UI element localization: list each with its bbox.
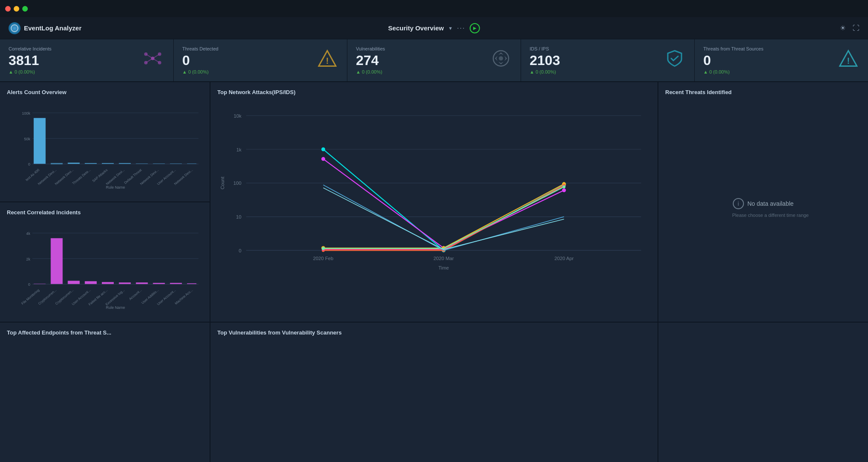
svg-rect-23 — [51, 163, 63, 164]
svg-text:4k: 4k — [26, 231, 30, 236]
title-dropdown-arrow[interactable]: ▼ — [448, 26, 453, 31]
delta-arrow-tsources: ▲ — [703, 69, 708, 74]
svg-rect-56 — [136, 282, 148, 284]
maximize-button[interactable] — [22, 6, 28, 12]
kpi-value-tsources: 0 — [703, 53, 859, 67]
bottom-right-panel — [658, 323, 868, 462]
kpi-value-threats: 0 — [182, 53, 338, 67]
svg-text:Count: Count — [220, 176, 225, 190]
svg-text:Threats Dete...: Threats Dete... — [71, 168, 91, 186]
svg-text:Rule Name: Rule Name — [106, 185, 125, 190]
no-data-subtitle: Please choose a different time range — [732, 213, 809, 218]
header-right: ☀ ⛶ — [840, 24, 859, 32]
svg-text:Machine Acc...: Machine Acc... — [174, 288, 193, 305]
kpi-label-ids: IDS / IPS — [530, 46, 686, 51]
network-attacks-panel: Top Network Attacks(IPS/IDS) 10k 1k 100 … — [210, 82, 658, 322]
vuln-icon — [492, 49, 510, 72]
alerts-count-panel: Alerts Count Overview Event Count 100k 5… — [0, 82, 210, 201]
no-data-message: i No data available Please choose a diff… — [718, 198, 809, 218]
svg-text:100k: 100k — [22, 111, 30, 116]
theme-toggle-icon[interactable]: ☀ — [840, 24, 846, 32]
info-icon: i — [733, 198, 744, 209]
svg-text:2020 Mar: 2020 Mar — [433, 256, 454, 261]
bottom-left-panel: Top Affected Endpoints from Threat S... — [0, 323, 210, 462]
bottom-left-title: Top Affected Endpoints from Threat S... — [7, 329, 203, 336]
alerts-chart: Event Count 100k 50k 0 — [7, 101, 203, 193]
alerts-panel-title: Alerts Count Overview — [7, 89, 203, 95]
kpi-vulnerabilities: Vulnerabilities 274 ▲ 0 (0.00%) — [347, 39, 521, 81]
svg-text:!: ! — [847, 56, 850, 65]
svg-text:50k: 50k — [24, 137, 30, 141]
svg-rect-55 — [119, 282, 131, 284]
close-button[interactable] — [5, 6, 11, 12]
expand-icon[interactable]: ⛶ — [853, 24, 859, 32]
svg-line-7 — [146, 59, 153, 63]
minimize-button[interactable] — [14, 6, 19, 12]
incidents-chart: 4k 2k 0 File Mon — [7, 221, 203, 314]
network-attacks-chart: 10k 1k 100 10 0 Count 2020 Feb 2020 Mar … — [217, 101, 651, 322]
ids-icon — [665, 49, 684, 72]
delta-arrow-ids: ▲ — [530, 69, 534, 74]
app-logo-icon — [9, 22, 21, 34]
recent-threats-panel: Recent Threats Identified i No data avai… — [658, 82, 868, 322]
header-more-options[interactable]: ··· — [457, 24, 465, 32]
svg-text:test As 400: test As 400 — [25, 168, 40, 182]
main-content: Alerts Count Overview Event Count 100k 5… — [0, 82, 868, 462]
recent-threats-title: Recent Threats Identified — [665, 89, 732, 95]
kpi-label-tsources: Threats from Threat Sources — [703, 46, 859, 51]
incidents-panel-title: Recent Correlated Incidents — [7, 209, 203, 216]
incidents-panel: Recent Correlated Incidents 4k 2k 0 — [0, 202, 210, 322]
svg-rect-54 — [102, 282, 114, 284]
svg-point-12 — [499, 56, 503, 61]
svg-text:0: 0 — [28, 282, 30, 287]
no-data-title-text: No data available — [747, 200, 794, 207]
kpi-value-vuln: 274 — [356, 53, 512, 67]
delta-arrow-correlative: ▲ — [9, 69, 13, 74]
kpi-correlative-incidents: Correlative Incidents 3811 ▲ 0 (0.00%) — [0, 39, 174, 81]
bottom-center-panel: Top Vulnerabilities from Vulnerability S… — [210, 323, 658, 462]
svg-point-88 — [321, 148, 325, 151]
recent-threats-content: i No data available Please choose a diff… — [665, 101, 861, 315]
tsources-icon: ! — [839, 49, 858, 72]
svg-text:Account...: Account... — [128, 288, 142, 301]
left-column: Alerts Count Overview Event Count 100k 5… — [0, 82, 210, 322]
svg-text:Cryptocurren...: Cryptocurren... — [38, 288, 57, 306]
svg-text:Rule Name: Rule Name — [106, 305, 125, 310]
svg-point-103 — [563, 185, 566, 188]
svg-text:SAP Attacks: SAP Attacks — [92, 168, 108, 183]
kpi-value-correlative: 3811 — [9, 53, 165, 67]
traffic-lights — [5, 6, 28, 12]
network-attacks-chart-area: 10k 1k 100 10 0 Count 2020 Feb 2020 Mar … — [217, 101, 651, 322]
svg-text:Network Devi...: Network Devi... — [54, 168, 74, 186]
svg-text:100: 100 — [233, 181, 241, 186]
kpi-delta-correlative: ▲ 0 (0.00%) — [9, 69, 165, 74]
svg-text:Time: Time — [438, 265, 449, 270]
incidents-chart-area: 4k 2k 0 File Mon — [7, 221, 203, 314]
svg-line-6 — [153, 54, 160, 59]
kpi-value-ids: 2103 — [530, 53, 686, 67]
play-button[interactable]: ▶ — [470, 23, 480, 33]
svg-text:!: ! — [326, 56, 329, 65]
logo-area: EventLog Analyzer — [9, 22, 81, 34]
app-header: EventLog Analyzer Security Overview ▼ ··… — [0, 17, 868, 39]
kpi-row: Correlative Incidents 3811 ▲ 0 (0.00%) T… — [0, 39, 868, 82]
kpi-threats-detected: Threats Detected 0 ▲ 0 (0.00%) ! — [174, 39, 347, 81]
kpi-threat-sources: Threats from Threat Sources 0 ▲ 0 (0.00%… — [695, 39, 868, 81]
svg-text:2k: 2k — [26, 257, 30, 261]
kpi-label-threats: Threats Detected — [182, 46, 338, 51]
svg-point-91 — [321, 157, 325, 161]
correlative-icon — [142, 50, 163, 71]
svg-rect-53 — [85, 281, 97, 284]
kpi-delta-vuln: ▲ 0 (0.00%) — [356, 69, 512, 74]
kpi-label-vuln: Vulnerabilities — [356, 46, 512, 51]
delta-arrow-threats: ▲ — [182, 69, 187, 74]
svg-text:0: 0 — [239, 248, 241, 253]
kpi-delta-ids: ▲ 0 (0.00%) — [530, 69, 686, 74]
delta-arrow-vuln: ▲ — [356, 69, 361, 74]
kpi-ids-ips: IDS / IPS 2103 ▲ 0 (0.00%) — [521, 39, 695, 81]
svg-text:User Account...: User Account... — [156, 288, 176, 306]
bottom-center-title: Top Vulnerabilities from Vulnerability S… — [217, 329, 651, 336]
svg-text:0: 0 — [28, 162, 30, 166]
page-title: Security Overview — [388, 24, 444, 32]
kpi-label-correlative: Correlative Incidents — [9, 46, 165, 51]
